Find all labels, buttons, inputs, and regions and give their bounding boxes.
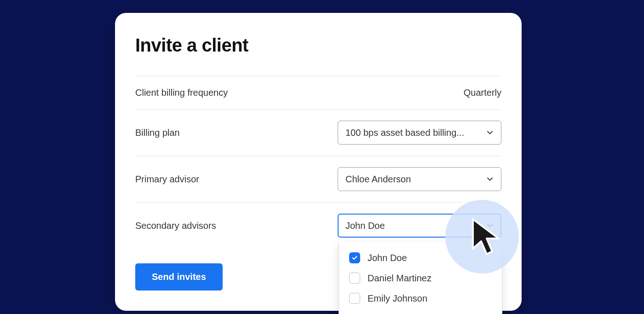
row-billing-frequency: Client billing frequency Quarterly [135, 76, 501, 109]
label-billing-frequency: Client billing frequency [135, 87, 228, 98]
chevron-down-icon [486, 222, 494, 229]
row-billing-plan: Billing plan 100 bps asset based billing… [135, 109, 501, 156]
select-secondary-advisors-value: John Doe [345, 221, 385, 231]
chevron-down-icon [486, 129, 494, 136]
checkbox-icon [349, 273, 360, 284]
value-billing-frequency: Quarterly [464, 87, 501, 98]
label-secondary-advisors: Secondary advisors [135, 221, 216, 231]
option-emily-johnson[interactable]: Emily Johnson [339, 288, 502, 308]
option-daniel-martinez[interactable]: Daniel Martinez [339, 268, 502, 288]
chevron-down-icon [486, 175, 494, 183]
label-billing-plan: Billing plan [135, 128, 180, 138]
select-secondary-advisors[interactable]: John Doe John Doe Daniel Martinez [338, 214, 501, 238]
select-billing-plan-value: 100 bps asset based billing... [345, 128, 464, 138]
checkbox-icon [349, 252, 360, 263]
option-label: Emily Johnson [368, 293, 427, 304]
label-primary-advisor: Primary advisor [135, 174, 199, 185]
row-primary-advisor: Primary advisor Chloe Anderson [135, 156, 501, 202]
select-primary-advisor-value: Chloe Anderson [345, 174, 411, 185]
checkbox-icon [349, 293, 360, 304]
invite-client-card: Invite a client Client billing frequency… [115, 13, 522, 311]
select-primary-advisor[interactable]: Chloe Anderson [338, 167, 501, 191]
dropdown-secondary-advisors: John Doe Daniel Martinez Emily Johnson [339, 242, 502, 314]
send-invites-button[interactable]: Send invites [135, 263, 223, 291]
row-secondary-advisors: Secondary advisors John Doe John Doe Dan… [135, 202, 501, 249]
option-john-doe[interactable]: John Doe [339, 248, 502, 268]
option-label: Daniel Martinez [368, 273, 431, 284]
option-label: John Doe [368, 253, 407, 263]
modal-title: Invite a client [135, 35, 501, 56]
select-billing-plan[interactable]: 100 bps asset based billing... [338, 121, 501, 145]
